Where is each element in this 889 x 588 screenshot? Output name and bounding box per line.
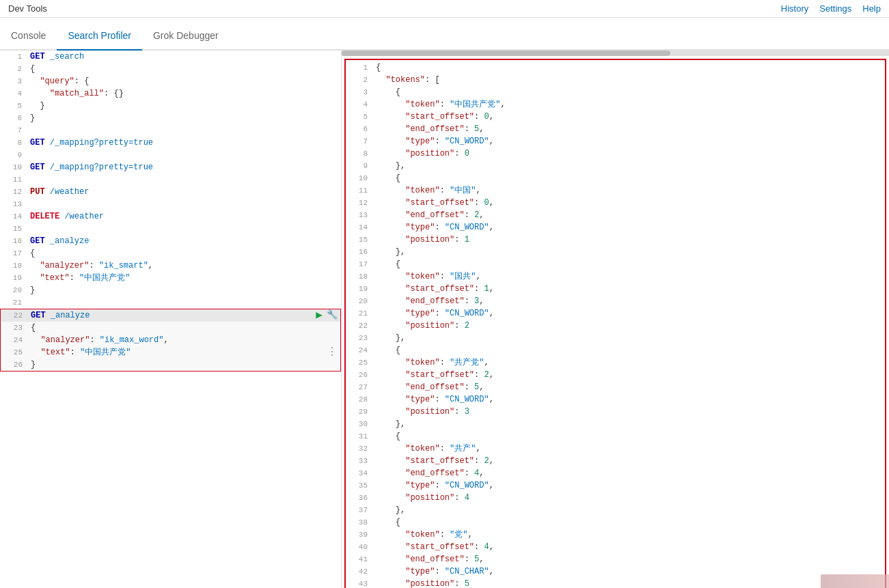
line-7: 7: [0, 124, 341, 137]
out-line-content-13: "end_offset": 2,: [373, 209, 885, 221]
out-line-num-23: 23: [346, 332, 373, 344]
line-content-1: GET _search: [27, 51, 341, 63]
app-title: Dev Tools: [8, 3, 47, 14]
out-line-num-27: 27: [346, 381, 373, 393]
run-button[interactable]: ▶: [316, 309, 323, 322]
line-content-11: [27, 173, 341, 186]
output-code-area: 1 { 2 "tokens": [ 3 { 4 "token": "中国共产党"…: [344, 59, 886, 588]
out-line-content-24: {: [373, 344, 885, 356]
line-11: 11: [0, 173, 341, 186]
out-line-26: 26 "start_offset": 2,: [346, 369, 885, 381]
out-line-40: 40 "start_offset": 4,: [346, 541, 885, 553]
out-line-content-26: "start_offset": 2,: [373, 369, 885, 381]
out-line-content-25: "token": "共产党",: [373, 356, 885, 369]
tab-search-profiler[interactable]: Search Profiler: [57, 22, 142, 51]
line-num-22: 22: [1, 309, 28, 322]
line-6: 6 }: [0, 112, 341, 124]
highlighted-request-block: 22 GET _analyze ▶ 🔧 23 { 24 "analyzer": …: [0, 309, 341, 372]
line-23-highlighted: 23 {: [1, 322, 340, 334]
out-line-num-16: 16: [346, 246, 373, 258]
line-content-8: GET /_mapping?pretty=true: [27, 137, 341, 149]
line-2: 2 {: [0, 63, 341, 75]
out-line-3: 3 {: [346, 86, 885, 98]
line-content-18: "analyzer": "ik_smart",: [27, 260, 341, 272]
out-line-20: 20 "end_offset": 3,: [346, 295, 885, 307]
out-line-content-33: "start_offset": 2,: [373, 455, 885, 467]
out-line-num-28: 28: [346, 393, 373, 406]
out-line-37: 37 },: [346, 504, 885, 516]
line-num-16: 16: [0, 235, 27, 247]
out-line-num-18: 18: [346, 270, 373, 283]
out-line-num-39: 39: [346, 529, 373, 541]
line-num-6: 6: [0, 112, 27, 124]
line-content-16: GET _analyze: [27, 235, 341, 247]
out-line-content-5: "start_offset": 0,: [373, 111, 885, 123]
out-line-35: 35 "type": "CN_WORD",: [346, 479, 885, 492]
out-line-14: 14 "type": "CN_WORD",: [346, 221, 885, 234]
history-link[interactable]: History: [781, 3, 808, 14]
topbar: Dev Tools History Settings Help: [0, 0, 889, 18]
line-num-4: 4: [0, 87, 27, 100]
line-content-6: }: [27, 112, 341, 124]
tab-grok-debugger[interactable]: Grok Debugger: [142, 22, 230, 51]
left-editor-pane[interactable]: 1 GET _search 2 { 3 "query": { 4 "match_…: [0, 51, 342, 588]
out-line-36: 36 "position": 4: [346, 492, 885, 504]
line-num-11: 11: [0, 173, 27, 186]
out-line-num-43: 43: [346, 578, 373, 588]
editor-code-area: 1 GET _search 2 { 3 "query": { 4 "match_…: [0, 51, 341, 372]
line-20: 20 }: [0, 284, 341, 296]
out-line-content-20: "end_offset": 3,: [373, 295, 885, 307]
out-line-content-31: {: [373, 430, 885, 443]
line-21: 21: [0, 296, 341, 309]
out-line-content-40: "start_offset": 4,: [373, 541, 885, 553]
line-10: 10 GET /_mapping?pretty=true: [0, 161, 341, 173]
wrench-icon[interactable]: 🔧: [327, 309, 338, 322]
more-options-icon[interactable]: ⋮: [327, 346, 338, 359]
line-1: 1 GET _search: [0, 51, 341, 63]
scrollbar-track-top: [342, 51, 889, 56]
out-line-content-15: "position": 1: [373, 234, 885, 246]
line-12: 12 PUT /weather: [0, 186, 341, 198]
out-line-content-38: {: [373, 516, 885, 529]
out-line-num-40: 40: [346, 541, 373, 553]
line-13: 13: [0, 198, 341, 210]
line-num-20: 20: [0, 284, 27, 296]
out-line-num-29: 29: [346, 406, 373, 418]
line-content-4: "match_all": {}: [27, 87, 341, 100]
out-line-41: 41 "end_offset": 5,: [346, 553, 885, 565]
settings-link[interactable]: Settings: [819, 3, 851, 14]
line-num-10: 10: [0, 161, 27, 173]
out-line-18: 18 "token": "国共",: [346, 270, 885, 283]
main-content: 1 GET _search 2 { 3 "query": { 4 "match_…: [0, 51, 889, 588]
out-line-num-10: 10: [346, 172, 373, 184]
out-line-content-8: "position": 0: [373, 148, 885, 160]
out-line-content-7: "type": "CN_WORD",: [373, 135, 885, 148]
line-num-12: 12: [0, 186, 27, 198]
line-num-13: 13: [0, 198, 27, 210]
out-line-5: 5 "start_offset": 0,: [346, 111, 885, 123]
line-num-15: 15: [0, 223, 27, 235]
line-content-13: [27, 198, 341, 210]
out-line-1: 1 {: [346, 61, 885, 74]
out-line-num-32: 32: [346, 443, 373, 455]
tab-console[interactable]: Console: [0, 22, 57, 51]
out-line-num-19: 19: [346, 283, 373, 295]
out-line-4: 4 "token": "中国共产党",: [346, 98, 885, 111]
out-line-34: 34 "end_offset": 4,: [346, 467, 885, 479]
out-line-num-7: 7: [346, 135, 373, 148]
line-content-20: }: [27, 284, 341, 296]
scrollbar-thumb[interactable]: [342, 51, 670, 56]
line-content-15: [27, 223, 341, 235]
bottom-right-decoration: [821, 574, 889, 588]
out-line-num-17: 17: [346, 258, 373, 270]
out-line-19: 19 "start_offset": 1,: [346, 283, 885, 295]
line-16: 16 GET _analyze: [0, 235, 341, 247]
out-line-content-43: "position": 5: [373, 578, 885, 588]
out-line-num-25: 25: [346, 356, 373, 369]
help-link[interactable]: Help: [862, 3, 881, 14]
out-line-content-37: },: [373, 504, 885, 516]
out-line-21: 21 "type": "CN_WORD",: [346, 307, 885, 320]
line-content-26: }: [28, 359, 340, 371]
line-num-17: 17: [0, 247, 27, 260]
out-line-27: 27 "end_offset": 5,: [346, 381, 885, 393]
